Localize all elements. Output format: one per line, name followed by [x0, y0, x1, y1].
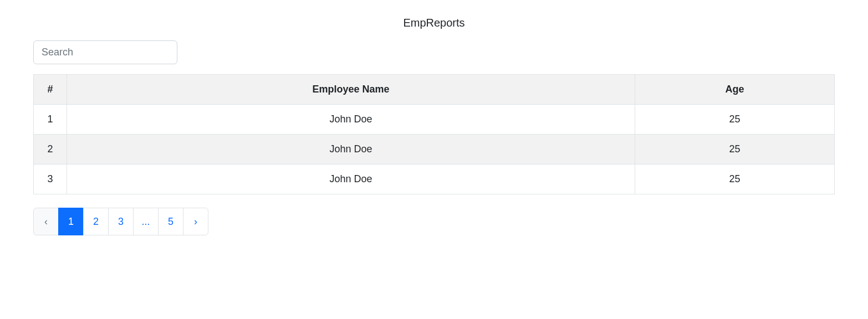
page-next[interactable]: › — [183, 208, 208, 235]
page-title: EmpReports — [33, 17, 835, 29]
cell-index: 3 — [34, 164, 67, 194]
header-index: # — [34, 75, 67, 105]
employee-table: # Employee Name Age 1 John Doe 25 2 John… — [33, 74, 835, 194]
cell-age: 25 — [635, 105, 835, 135]
page-2[interactable]: 2 — [83, 208, 109, 235]
cell-index: 2 — [34, 135, 67, 164]
table-header-row: # Employee Name Age — [34, 75, 835, 105]
cell-name: John Doe — [67, 164, 635, 194]
page-ellipsis[interactable]: ... — [133, 208, 159, 235]
table-row: 1 John Doe 25 — [34, 105, 835, 135]
cell-name: John Doe — [67, 105, 635, 135]
table-row: 2 John Doe 25 — [34, 135, 835, 164]
page-5[interactable]: 5 — [158, 208, 183, 235]
header-name: Employee Name — [67, 75, 635, 105]
cell-age: 25 — [635, 164, 835, 194]
pagination: ‹ 1 2 3 ... 5 › — [33, 208, 835, 235]
page-1[interactable]: 1 — [58, 208, 84, 235]
cell-index: 1 — [34, 105, 67, 135]
page-prev[interactable]: ‹ — [33, 208, 59, 235]
cell-name: John Doe — [67, 135, 635, 164]
page-3[interactable]: 3 — [108, 208, 134, 235]
header-age: Age — [635, 75, 835, 105]
table-row: 3 John Doe 25 — [34, 164, 835, 194]
cell-age: 25 — [635, 135, 835, 164]
search-input[interactable] — [33, 40, 177, 64]
